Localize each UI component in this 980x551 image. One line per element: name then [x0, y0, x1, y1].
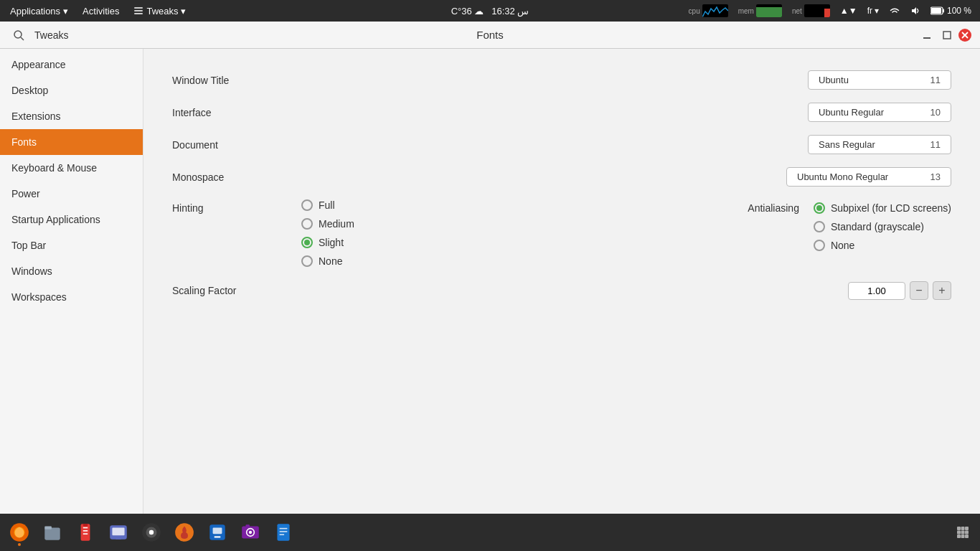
window-title-font-size: 11: [930, 75, 941, 85]
antialiasing-options: Subpixel (for LCD screens) Standard (gra…: [814, 202, 951, 251]
battery-indicator[interactable]: 100 %: [928, 4, 974, 17]
sidebar-item-topbar[interactable]: Top Bar: [0, 232, 143, 258]
hinting-full-radio[interactable]: [301, 199, 313, 211]
svg-rect-49: [961, 534, 965, 538]
hinting-medium[interactable]: Medium: [301, 218, 354, 230]
svg-rect-20: [83, 524, 88, 526]
taskbar-archiver[interactable]: [70, 517, 100, 547]
taskbar-obs[interactable]: [136, 517, 166, 547]
gedit-icon: [273, 522, 294, 543]
svg-rect-19: [81, 524, 90, 541]
updown-arrows: ▲▼: [837, 4, 860, 17]
hinting-full[interactable]: Full: [301, 199, 354, 211]
document-font-size: 11: [930, 139, 941, 150]
svg-rect-25: [112, 528, 124, 536]
sidebar-item-fonts[interactable]: Fonts: [0, 129, 143, 155]
svg-point-36: [249, 531, 252, 534]
antialiasing-none[interactable]: None: [814, 240, 951, 251]
interface-font-btn-wrap: Ubuntu Regular 10: [808, 103, 951, 122]
wifi-icon: [889, 6, 900, 16]
svg-rect-47: [965, 531, 969, 534]
document-font-button[interactable]: Sans Regular 11: [808, 135, 951, 154]
antialiasing-section: Antialiasing Subpixel (for LCD screens): [748, 199, 951, 251]
svg-rect-11: [923, 37, 930, 39]
hinting-options: Full Medium Slight: [301, 199, 354, 267]
language-selector[interactable]: fr ▾: [864, 4, 882, 17]
svg-point-9: [14, 31, 22, 38]
scaling-row: Scaling Factor − +: [172, 281, 951, 300]
hinting-none[interactable]: None: [301, 255, 354, 267]
pepper-icon: [174, 522, 195, 543]
antialiasing-subpixel-label: Subpixel (for LCD screens): [831, 202, 951, 214]
hinting-slight-radio[interactable]: [301, 237, 313, 248]
mem-graph: [756, 4, 782, 17]
antialiasing-label: Antialiasing: [748, 199, 799, 214]
taskbar-kdeconnect[interactable]: [202, 517, 232, 547]
sidebar-item-windows[interactable]: Windows: [0, 258, 143, 284]
archiver-icon: [75, 522, 96, 543]
antialiasing-standard[interactable]: Standard (grayscale): [814, 221, 951, 232]
svg-rect-12: [943, 32, 951, 39]
hinting-slight[interactable]: Slight: [301, 237, 354, 248]
antialiasing-subpixel-radio[interactable]: [814, 202, 825, 214]
taskbar-screenshot[interactable]: [235, 517, 265, 547]
maximize-icon: [943, 31, 951, 39]
volume-indicator[interactable]: [908, 4, 923, 17]
activities-label: Activities: [83, 6, 119, 17]
cpu-monitor: cpu: [686, 3, 731, 19]
document-row: Document Sans Regular 11: [172, 135, 951, 154]
sidebar-item-power[interactable]: Power: [0, 181, 143, 207]
scaling-decrease-button[interactable]: −: [910, 281, 928, 300]
svg-rect-44: [965, 527, 969, 530]
svg-rect-26: [116, 538, 122, 540]
monospace-font-size: 13: [930, 171, 941, 182]
antialiasing-none-radio[interactable]: [814, 240, 825, 251]
app-grid-button[interactable]: [950, 519, 976, 545]
titlebar-left: Tweaks: [9, 25, 68, 45]
applications-menu[interactable]: Applications ▾: [4, 4, 74, 18]
svg-rect-2: [134, 13, 143, 14]
svg-rect-3: [756, 7, 782, 17]
svg-rect-0: [134, 7, 143, 9]
search-button[interactable]: [9, 25, 29, 45]
minimize-button[interactable]: [918, 27, 936, 44]
wifi-indicator[interactable]: [886, 4, 903, 17]
svg-rect-46: [961, 531, 965, 534]
window-controls: [918, 27, 971, 44]
monospace-font-btn-wrap: Ubuntu Mono Regular 13: [786, 167, 951, 187]
monospace-font-button[interactable]: Ubuntu Mono Regular 13: [786, 167, 951, 187]
lang-arrow: ▾: [875, 6, 879, 16]
hinting-none-radio[interactable]: [301, 255, 313, 267]
taskbar-gedit[interactable]: [268, 517, 298, 547]
taskbar-pepper[interactable]: [169, 517, 199, 547]
tweaks-label: Tweaks: [146, 6, 178, 17]
antialiasing-standard-label: Standard (grayscale): [831, 221, 924, 232]
window-title-font-button[interactable]: Ubuntu 11: [808, 70, 951, 90]
taskbar-firefox[interactable]: [4, 517, 34, 547]
close-button[interactable]: [958, 29, 971, 42]
battery-icon: [930, 6, 945, 15]
activities-btn[interactable]: Activities: [77, 4, 125, 18]
tweaks-menu[interactable]: Tweaks ▾: [128, 4, 192, 18]
svg-rect-38: [277, 524, 289, 541]
taskbar-screenlet[interactable]: [103, 517, 133, 547]
interface-font-size: 10: [930, 107, 941, 118]
sidebar-item-extensions[interactable]: Extensions: [0, 103, 143, 129]
taskbar-files[interactable]: [37, 517, 67, 547]
sidebar-item-keyboard[interactable]: Keyboard & Mouse: [0, 155, 143, 181]
sidebar-item-desktop[interactable]: Desktop: [0, 77, 143, 103]
svg-rect-1: [134, 10, 143, 11]
scaling-increase-button[interactable]: +: [933, 281, 951, 300]
antialiasing-standard-radio[interactable]: [814, 221, 825, 232]
sidebar-item-startup[interactable]: Startup Applications: [0, 207, 143, 232]
antialiasing-subpixel[interactable]: Subpixel (for LCD screens): [814, 202, 951, 214]
maximize-button[interactable]: [938, 27, 956, 44]
sidebar-item-workspaces[interactable]: Workspaces: [0, 284, 143, 310]
taskbar: [0, 514, 980, 551]
sidebar-item-appearance[interactable]: Appearance: [0, 52, 143, 77]
scaling-input[interactable]: [848, 282, 905, 300]
hinting-medium-radio[interactable]: [301, 218, 313, 230]
monospace-row: Monospace Ubuntu Mono Regular 13: [172, 167, 951, 187]
interface-font-button[interactable]: Ubuntu Regular 10: [808, 103, 951, 122]
files-icon: [42, 522, 63, 543]
